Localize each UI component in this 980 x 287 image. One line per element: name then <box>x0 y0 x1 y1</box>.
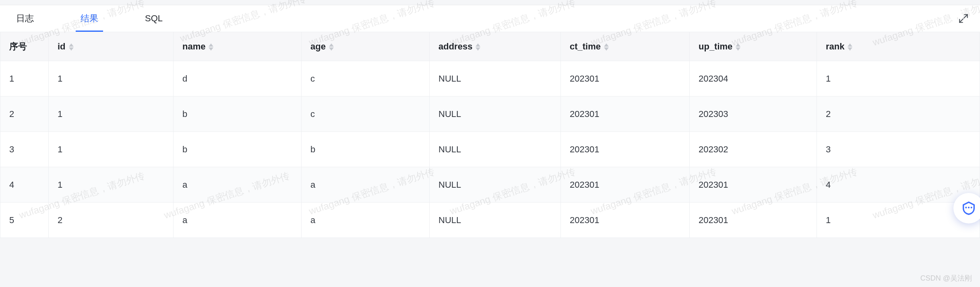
table-row[interactable]: 3 1 b b NULL 202301 202302 3 <box>0 132 980 167</box>
sort-icon[interactable] <box>69 43 74 51</box>
col-header-seq[interactable]: 序号 <box>0 32 49 61</box>
cell-name: b <box>174 132 302 167</box>
cell-id: 1 <box>49 61 174 96</box>
cell-name: a <box>174 203 302 238</box>
tab-sql[interactable]: SQL <box>140 5 167 32</box>
cell-up-time: 202301 <box>690 167 817 203</box>
cell-seq: 4 <box>0 167 49 203</box>
col-label: id <box>58 41 66 51</box>
tab-log[interactable]: 日志 <box>11 5 39 32</box>
cell-id: 1 <box>49 96 174 132</box>
cell-up-time: 202303 <box>690 96 817 132</box>
sort-icon[interactable] <box>736 43 740 51</box>
col-header-address[interactable]: address <box>430 32 561 61</box>
cell-seq: 2 <box>0 96 49 132</box>
cell-ct-time: 202301 <box>561 132 690 167</box>
cell-name: b <box>174 96 302 132</box>
cell-address: NULL <box>430 132 561 167</box>
col-label: 序号 <box>9 41 27 51</box>
table-header-row: 序号 id name age address ct_time up_time r… <box>0 32 980 61</box>
sort-icon[interactable] <box>329 43 334 51</box>
cell-ct-time: 202301 <box>561 167 690 203</box>
cell-rank: 3 <box>817 132 980 167</box>
table-row[interactable]: 4 1 a a NULL 202301 202301 4 <box>0 167 980 203</box>
col-header-name[interactable]: name <box>174 32 302 61</box>
cell-age: c <box>302 96 430 132</box>
cell-age: a <box>302 167 430 203</box>
cell-up-time: 202301 <box>690 203 817 238</box>
cell-seq: 1 <box>0 61 49 96</box>
col-header-up-time[interactable]: up_time <box>690 32 817 61</box>
sort-icon[interactable] <box>604 43 609 51</box>
table-row[interactable]: 5 2 a a NULL 202301 202301 1 <box>0 203 980 238</box>
cell-name: a <box>174 167 302 203</box>
cell-up-time: 202304 <box>690 61 817 96</box>
sort-icon[interactable] <box>848 43 852 51</box>
cell-id: 1 <box>49 132 174 167</box>
col-header-id[interactable]: id <box>49 32 174 61</box>
cell-age: b <box>302 132 430 167</box>
cell-seq: 5 <box>0 203 49 238</box>
col-label: age <box>310 41 326 51</box>
cell-name: d <box>174 61 302 96</box>
col-label: name <box>182 41 205 51</box>
cell-age: c <box>302 61 430 96</box>
cell-id: 2 <box>49 203 174 238</box>
footer-credit: CSDN @吴法刚 <box>920 273 972 283</box>
cell-up-time: 202302 <box>690 132 817 167</box>
cell-address: NULL <box>430 167 561 203</box>
col-header-ct-time[interactable]: ct_time <box>561 32 690 61</box>
cell-address: NULL <box>430 61 561 96</box>
results-panel: 日志 结果 SQL 序号 id name age address ct_time… <box>0 5 980 238</box>
cell-rank: 4 <box>817 167 980 203</box>
results-table: 序号 id name age address ct_time up_time r… <box>0 32 980 238</box>
cell-ct-time: 202301 <box>561 203 690 238</box>
col-label: address <box>438 41 472 51</box>
col-header-rank[interactable]: rank <box>817 32 980 61</box>
sort-icon[interactable] <box>476 43 480 51</box>
cell-id: 1 <box>49 167 174 203</box>
cell-rank: 2 <box>817 96 980 132</box>
cell-age: a <box>302 203 430 238</box>
col-header-age[interactable]: age <box>302 32 430 61</box>
table-row[interactable]: 2 1 b c NULL 202301 202303 2 <box>0 96 980 132</box>
sort-icon[interactable] <box>209 43 213 51</box>
assistant-bubble-icon[interactable] <box>953 193 980 223</box>
cell-ct-time: 202301 <box>561 96 690 132</box>
cell-address: NULL <box>430 203 561 238</box>
tabs-bar: 日志 结果 SQL <box>0 5 980 32</box>
cell-ct-time: 202301 <box>561 61 690 96</box>
cell-address: NULL <box>430 96 561 132</box>
cell-rank: 1 <box>817 61 980 96</box>
table-row[interactable]: 1 1 d c NULL 202301 202304 1 <box>0 61 980 96</box>
cell-seq: 3 <box>0 132 49 167</box>
expand-icon[interactable] <box>958 13 969 24</box>
col-label: ct_time <box>570 41 601 51</box>
tab-result[interactable]: 结果 <box>76 5 103 32</box>
col-label: rank <box>826 41 844 51</box>
col-label: up_time <box>699 41 732 51</box>
